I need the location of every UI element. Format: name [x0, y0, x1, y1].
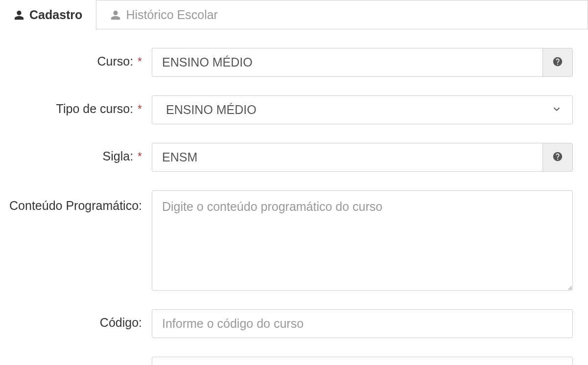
tipo-curso-select[interactable]: ENSINO MÉDIO	[152, 95, 573, 124]
required-marker: *	[138, 55, 142, 68]
row-codigo: Código:	[0, 309, 588, 338]
row-titulacao: Titulação:	[0, 357, 588, 365]
form-cadastro: Curso: * Tipo de curso: *	[0, 29, 588, 365]
label-curso: Curso: *	[0, 48, 152, 70]
tab-historico[interactable]: Histórico Escolar	[96, 0, 588, 29]
tab-cadastro-label: Cadastro	[29, 8, 82, 22]
sigla-help-button[interactable]	[542, 143, 573, 172]
tab-historico-label: Histórico Escolar	[126, 8, 218, 22]
label-titulacao: Titulação:	[0, 357, 152, 365]
user-icon	[110, 9, 121, 20]
required-marker: *	[138, 150, 142, 163]
label-sigla: Sigla: *	[0, 143, 152, 165]
row-curso: Curso: *	[0, 48, 588, 77]
curso-input[interactable]	[152, 48, 542, 77]
row-tipo-curso: Tipo de curso: * ENSINO MÉDIO	[0, 95, 588, 124]
curso-help-button[interactable]	[542, 48, 573, 77]
label-conteudo: Conteúdo Programático:	[0, 190, 152, 214]
required-marker: *	[138, 103, 142, 115]
tabs-bar: Cadastro Histórico Escolar	[0, 0, 588, 29]
user-icon	[14, 9, 24, 20]
label-tipo-curso: Tipo de curso: *	[0, 95, 152, 117]
row-conteudo: Conteúdo Programático:	[0, 190, 588, 291]
tab-cadastro[interactable]: Cadastro	[0, 0, 96, 29]
help-icon	[552, 151, 563, 164]
help-icon	[552, 56, 563, 69]
conteudo-textarea[interactable]	[152, 190, 573, 291]
label-codigo: Código:	[0, 309, 152, 331]
row-sigla: Sigla: *	[0, 143, 588, 172]
codigo-input[interactable]	[152, 309, 573, 338]
sigla-input[interactable]	[152, 143, 542, 172]
titulacao-input[interactable]	[152, 357, 573, 365]
